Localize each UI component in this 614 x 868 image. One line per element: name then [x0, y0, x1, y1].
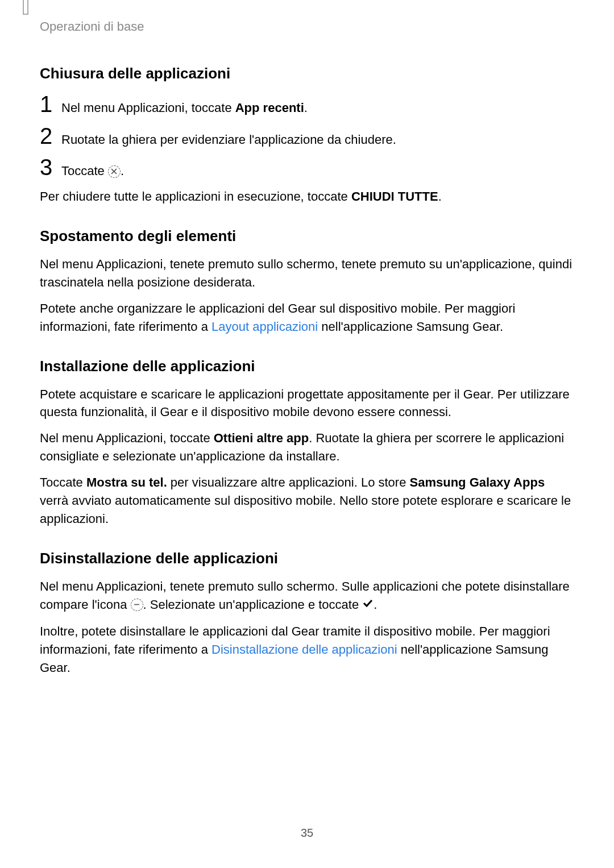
text: .: [121, 164, 124, 178]
minus-circle-icon: [131, 599, 143, 611]
bold-text: Ottieni altre app: [214, 431, 309, 445]
ordered-list: 1 Nel menu Applicazioni, toccate App rec…: [40, 93, 574, 180]
text: verrà avviato automaticamente sul dispos…: [40, 493, 571, 526]
bold-text: App recenti: [235, 101, 304, 115]
bold-text: CHIUDI TUTTE: [351, 189, 438, 203]
heading-closing-apps: Chiusura delle applicazioni: [40, 65, 574, 82]
page-notch-decoration: [23, 0, 28, 15]
paragraph: Nel menu Applicazioni, toccate Ottieni a…: [40, 429, 574, 466]
paragraph: Toccate Mostra su tel. per visualizzare …: [40, 474, 574, 528]
bold-text: Mostra su tel.: [86, 475, 167, 489]
link-uninstall-apps[interactable]: Disinstallazione delle applicazioni: [211, 642, 397, 657]
paragraph: Per chiudere tutte le applicazioni in es…: [40, 188, 574, 206]
step-text: Ruotate la ghiera per evidenziare l'appl…: [61, 127, 396, 148]
step-text: Toccate .: [61, 158, 124, 180]
text: .: [438, 189, 442, 203]
step-text: Nel menu Applicazioni, toccate App recen…: [61, 95, 308, 117]
text: .: [304, 101, 308, 115]
step-number: 3: [40, 156, 61, 178]
step-number: 1: [40, 93, 61, 115]
bold-text: Samsung Galaxy Apps: [410, 475, 545, 489]
paragraph: Inoltre, potete disinstallare le applica…: [40, 622, 574, 677]
paragraph: Potete acquistare e scaricare le applica…: [40, 385, 574, 422]
text: nell'applicazione Samsung Gear.: [318, 319, 503, 334]
text: Toccate: [40, 475, 86, 489]
document-page: Operazioni di base Chiusura delle applic…: [0, 0, 614, 868]
paragraph: Nel menu Applicazioni, tenete premuto su…: [40, 578, 574, 614]
breadcrumb: Operazioni di base: [40, 19, 574, 34]
text: . Selezionate un'applicazione e toccate: [143, 597, 363, 612]
list-item: 1 Nel menu Applicazioni, toccate App rec…: [40, 93, 574, 117]
text: Nel menu Applicazioni, toccate: [40, 431, 214, 445]
list-item: 3 Toccate .: [40, 156, 574, 180]
step-number: 2: [40, 124, 61, 147]
text: per visualizzare altre applicazioni. Lo …: [167, 475, 410, 489]
text: Toccate: [61, 164, 108, 178]
text: Per chiudere tutte le applicazioni in es…: [40, 189, 351, 203]
heading-moving-items: Spostamento degli elementi: [40, 227, 574, 245]
close-x-icon: [108, 165, 121, 178]
paragraph: Potete anche organizzare le applicazioni…: [40, 300, 574, 336]
heading-installing-apps: Installazione delle applicazioni: [40, 358, 574, 375]
text: .: [374, 597, 377, 612]
checkmark-icon: [362, 596, 374, 614]
page-number: 35: [0, 827, 614, 840]
heading-uninstalling-apps: Disinstallazione delle applicazioni: [40, 550, 574, 567]
list-item: 2 Ruotate la ghiera per evidenziare l'ap…: [40, 124, 574, 148]
link-layout-apps[interactable]: Layout applicazioni: [211, 319, 318, 334]
paragraph: Nel menu Applicazioni, tenete premuto su…: [40, 255, 574, 292]
text: Nel menu Applicazioni, toccate: [61, 101, 235, 115]
